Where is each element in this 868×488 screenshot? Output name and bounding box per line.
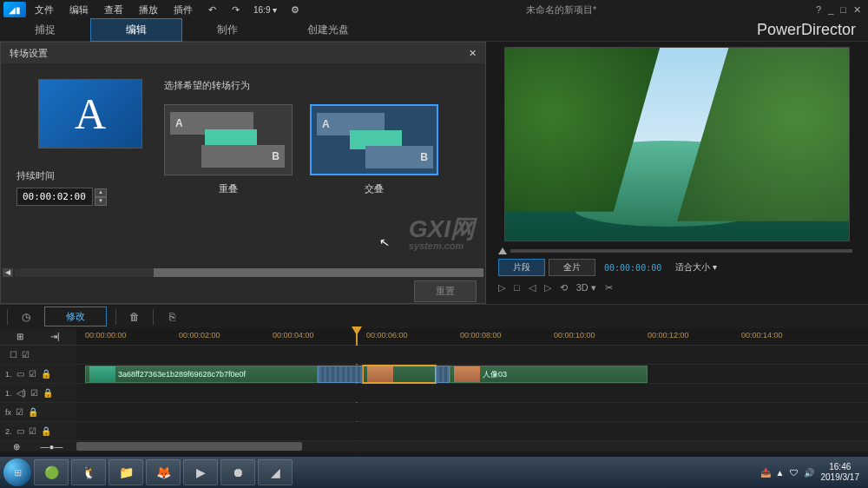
scroll-left-button[interactable]: ◀ (3, 268, 13, 277)
duration-label: 持续时间 (16, 169, 164, 182)
system-clock[interactable]: 16:46 2019/3/17 (821, 462, 860, 483)
timeline-clip[interactable]: 3a68ff27363e1b289f69628c7b7f0e0f (85, 366, 318, 383)
preview-seek-bar[interactable] (510, 249, 852, 253)
preview-fit-select[interactable]: 适合大小 ▾ (670, 260, 722, 274)
3d-button[interactable]: 3D ▾ (576, 282, 596, 293)
preview-viewport (504, 47, 850, 241)
timeline-transition[interactable] (436, 366, 450, 383)
start-button[interactable]: ⊞ (3, 458, 31, 486)
redo-icon[interactable]: ↷ (225, 3, 247, 17)
play-button[interactable]: ▷ (498, 282, 505, 293)
aspect-ratio-select[interactable]: 16:9 ▾ (248, 4, 282, 16)
preview-tab-clip[interactable]: 片段 (498, 259, 545, 276)
track-toggle-icon[interactable]: 🔒 (41, 369, 51, 379)
timeline-clip[interactable]: 人像03 (450, 366, 648, 383)
prev-frame-button[interactable]: ◁ (529, 282, 536, 293)
track-toggle-icon[interactable]: ☑ (30, 388, 38, 398)
track-toggle-icon[interactable]: 🔒 (41, 426, 51, 436)
add-track-icon[interactable]: ⊕ (13, 442, 20, 452)
track-body[interactable] (76, 422, 868, 440)
tray-icon[interactable]: ▲ (776, 468, 785, 478)
project-title: 未命名的新项目* (308, 3, 814, 16)
track-header[interactable]: 2.▭☑🔒 (0, 422, 76, 440)
minimize-button[interactable]: _ (828, 4, 833, 16)
track-body[interactable]: 3a68ff27363e1b289f69628c7b7f0e0f人像03 (76, 365, 868, 383)
duration-up-button[interactable]: ▲ (95, 188, 107, 197)
tray-icon[interactable]: 📥 (760, 468, 771, 478)
panel-title: 转场设置 (10, 47, 48, 60)
track-header[interactable]: fx☑🔒 (0, 403, 76, 421)
tab-disc[interactable]: 创建光盘 (273, 19, 384, 41)
app-logo: ◢▮ (3, 2, 26, 17)
track-toggle-icon[interactable]: 🔒 (43, 388, 53, 398)
cursor-icon: ↖ (378, 234, 391, 250)
taskbar-item[interactable]: 🦊 (146, 459, 181, 485)
taskbar-item[interactable]: ⏺ (220, 459, 255, 485)
behavior-overlap[interactable]: A B 重叠 (164, 104, 293, 195)
taskbar-item[interactable]: 📁 (108, 459, 143, 485)
track-toggle-icon[interactable]: 🔒 (28, 407, 38, 417)
brand-label: PowerDirector (757, 21, 868, 39)
track-body[interactable] (76, 346, 868, 364)
track-toggle-icon[interactable]: ▭ (16, 369, 24, 379)
transition-thumbnail: A (38, 79, 142, 148)
track-toggle-icon[interactable]: ☑ (16, 407, 23, 417)
track-body[interactable] (76, 384, 868, 402)
close-button[interactable]: ✕ (853, 4, 861, 16)
track-body[interactable] (76, 403, 868, 421)
taskbar-item[interactable]: ◢ (258, 459, 293, 485)
loop-button[interactable]: ⟲ (560, 282, 568, 293)
trash-icon[interactable]: 🗑 (125, 308, 144, 326)
duration-input[interactable] (16, 188, 93, 206)
scroll-track[interactable] (15, 268, 471, 277)
timeline-transition[interactable] (318, 366, 363, 383)
timeline-mode-icon[interactable]: ⊞ (16, 332, 23, 341)
behavior-cross[interactable]: A B 交叠 (310, 104, 438, 195)
taskbar-item[interactable]: 🟢 (34, 459, 69, 485)
track-toggle-icon[interactable]: ◁) (16, 388, 26, 398)
menu-plugin[interactable]: 插件 (167, 2, 200, 18)
track-header[interactable]: 1.◁)☑🔒 (0, 384, 76, 402)
tray-icon[interactable]: 🛡 (790, 468, 799, 478)
taskbar-item[interactable]: 🐧 (71, 459, 106, 485)
modify-button[interactable]: 修改 (44, 307, 107, 326)
maximize-button[interactable]: □ (840, 4, 846, 16)
track-toggle-icon[interactable]: ☑ (29, 426, 36, 436)
next-frame-button[interactable]: ▷ (544, 282, 551, 293)
menu-view[interactable]: 查看 (97, 2, 130, 18)
zoom-slider-icon[interactable]: —●— (40, 442, 62, 452)
menu-edit[interactable]: 编辑 (62, 2, 95, 18)
timeline-snap-icon[interactable]: ⇥| (50, 332, 60, 341)
track-toggle-icon[interactable]: ▭ (16, 426, 24, 436)
menu-file[interactable]: 文件 (28, 2, 61, 18)
taskbar-item[interactable]: ▶ (183, 459, 218, 485)
stop-button[interactable]: □ (514, 282, 520, 293)
ruler-tick: 00:00:00:00 (85, 331, 127, 340)
tab-edit[interactable]: 编辑 (90, 18, 182, 42)
clock-icon[interactable]: ◷ (16, 308, 36, 326)
track-header[interactable]: ☐☑ (0, 346, 76, 364)
timeline-clip[interactable] (363, 366, 436, 383)
track-header[interactable]: 1.▭☑🔒 (0, 365, 76, 383)
reset-button[interactable]: 重置 (414, 280, 477, 302)
timeline-hscroll[interactable] (76, 441, 868, 452)
track-toggle-icon[interactable]: ☐ (10, 350, 17, 359)
duration-down-button[interactable]: ▼ (95, 197, 107, 206)
preview-timecode: 00:00:00:00 (599, 263, 667, 273)
ruler-tick: 00:00:04:00 (273, 331, 314, 340)
tab-capture[interactable]: 捕捉 (0, 19, 90, 41)
settings-icon[interactable]: ⚙ (284, 3, 306, 17)
track-toggle-icon[interactable]: ☑ (29, 369, 36, 379)
more-icon[interactable]: ⎘ (162, 308, 181, 326)
tray-icon[interactable]: 🔊 (804, 468, 814, 478)
menu-play[interactable]: 播放 (132, 2, 165, 18)
preview-tab-movie[interactable]: 全片 (549, 259, 595, 276)
help-button[interactable]: ? (816, 4, 821, 16)
preview-playhead-icon[interactable] (498, 247, 507, 254)
undo-icon[interactable]: ↶ (201, 3, 223, 17)
snapshot-button[interactable]: ✂ (605, 282, 613, 293)
tab-produce[interactable]: 制作 (182, 19, 273, 41)
track-toggle-icon[interactable]: ☑ (22, 350, 30, 359)
timeline-ruler[interactable]: 00:00:00:0000:00:02:0000:00:04:0000:00:0… (76, 328, 868, 345)
panel-close-icon[interactable]: ✕ (469, 48, 477, 59)
